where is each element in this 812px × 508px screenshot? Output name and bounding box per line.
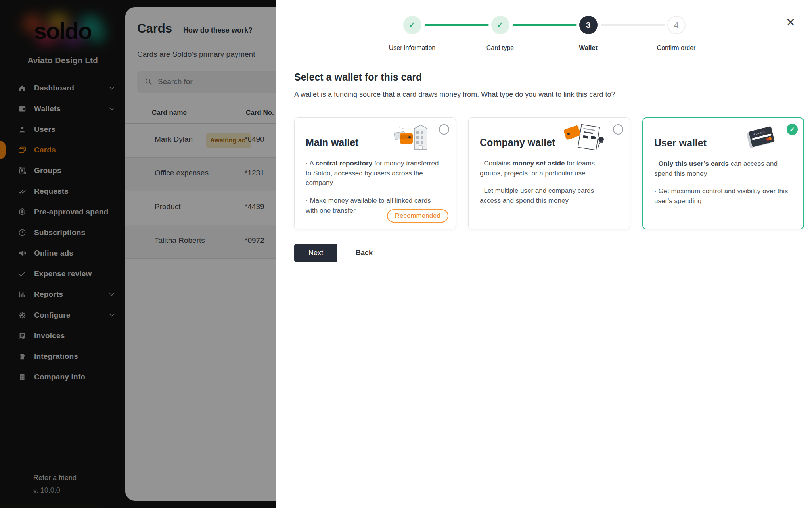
stepper-connector bbox=[513, 24, 577, 26]
app-root: soldo Aviato Design Ltd Dashboard Wallet… bbox=[0, 0, 812, 508]
order-stepper: ✓ ✓ 3 4 User information Card type Walle… bbox=[368, 16, 720, 56]
step-card-type-circle: ✓ bbox=[491, 16, 509, 34]
step-label-wallet: Wallet bbox=[544, 44, 632, 52]
building-wallet-illustration bbox=[391, 123, 433, 153]
option-main-wallet[interactable]: Main wallet · A central repository for m… bbox=[294, 117, 456, 229]
step-user-information-circle: ✓ bbox=[403, 16, 421, 34]
recommended-badge: Recommended bbox=[387, 209, 448, 223]
option-bullets: · Only this user’s cards can access and … bbox=[654, 159, 792, 206]
order-card-modal: × ✓ ✓ 3 4 User information Card type Wal… bbox=[276, 0, 812, 508]
radio-unselected-icon[interactable] bbox=[613, 124, 623, 135]
modal-actions: Next Back bbox=[294, 244, 373, 262]
stepper-connector bbox=[601, 24, 665, 26]
option-company-wallet[interactable]: Company wallet · Contains money set asid… bbox=[468, 117, 630, 229]
step-label-confirm-order: Confirm order bbox=[632, 44, 720, 52]
soldo-card-illustration: SOLDO bbox=[744, 124, 780, 152]
radio-unselected-icon[interactable] bbox=[439, 124, 449, 135]
radio-selected-check-icon[interactable]: ✓ bbox=[787, 124, 798, 135]
close-icon[interactable]: × bbox=[783, 14, 799, 30]
option-bullets: · Contains money set aside for teams, gr… bbox=[480, 159, 619, 206]
step-label-user-information: User information bbox=[368, 44, 456, 52]
back-link[interactable]: Back bbox=[356, 249, 373, 257]
stepper-connector bbox=[425, 24, 489, 26]
option-user-wallet[interactable]: SOLDO ✓ User wallet · Only this user’s c… bbox=[642, 117, 804, 229]
option-bullets: · A central repository for money transfe… bbox=[306, 159, 444, 216]
team-wallet-illustration bbox=[563, 123, 607, 154]
step-wallet-circle: 3 bbox=[579, 16, 598, 34]
next-button[interactable]: Next bbox=[294, 244, 337, 262]
step-confirm-order-circle: 4 bbox=[667, 16, 686, 34]
step-label-card-type: Card type bbox=[456, 44, 544, 52]
wallet-options: Main wallet · A central repository for m… bbox=[294, 117, 804, 229]
modal-subheading: A wallet is a funding source that a card… bbox=[294, 90, 615, 99]
modal-heading: Select a wallet for this card bbox=[294, 71, 422, 83]
